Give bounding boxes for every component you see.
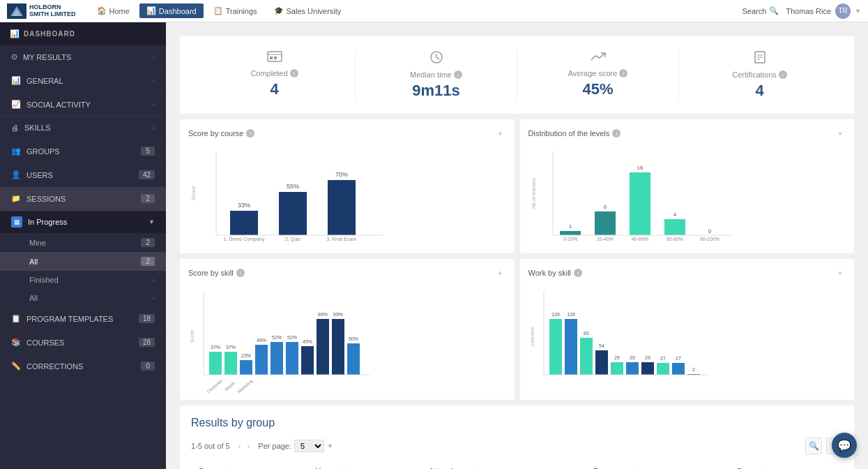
sidebar-sub-mine[interactable]: Mine 2 — [0, 233, 166, 252]
dashboard-icon: 📊 — [146, 6, 156, 15]
col-progress[interactable]: Progress ⇅ — [586, 461, 729, 469]
chevron-down-icon: ▼ — [327, 442, 333, 449]
avg-score-icon — [517, 50, 678, 66]
sidebar-item-groups[interactable]: 👥 GROUPS 5 — [0, 140, 166, 163]
nav-right: Search 🔍 Thomas Rice TR ▼ — [742, 3, 861, 19]
chart-score-by-course: Score by course i + Score 33% 1. Demo Co… — [180, 119, 515, 253]
svg-text:0: 0 — [708, 228, 711, 234]
svg-rect-61 — [317, 319, 329, 375]
svg-text:2. Quiz: 2. Quiz — [285, 237, 301, 242]
chart-distribution-levels: Distribution of the levels i + Nb of lea… — [520, 119, 855, 253]
svg-text:10-40%: 10-40% — [596, 237, 613, 241]
info-icon: i — [454, 70, 462, 79]
stat-avg-score: Average score i 45% — [517, 50, 678, 100]
sidebar-item-sessions[interactable]: 📁 SESSIONS 2 — [0, 187, 166, 211]
svg-text:50%: 50% — [349, 336, 358, 341]
chevron-right-icon: › — [153, 100, 155, 108]
sidebar-item-my-results[interactable]: ⊙ MY RESULTS › — [0, 45, 166, 69]
score-by-skill-chart: Score 37% Corporate 37% Waste 23% Market… — [188, 284, 397, 389]
svg-text:45%: 45% — [303, 339, 312, 344]
table-search-button[interactable]: 🔍 — [805, 438, 822, 454]
search-icon: 🔍 — [769, 6, 779, 15]
svg-text:60-80%: 60-80% — [666, 237, 683, 241]
svg-rect-63 — [332, 319, 344, 375]
svg-text:89%: 89% — [333, 312, 343, 317]
charts-row-1: Score by course i + Score 33% 1. Demo Co… — [180, 119, 854, 253]
col-group[interactable]: Group ⇅ — [191, 461, 309, 469]
logo-icon — [7, 3, 26, 19]
svg-rect-47 — [224, 352, 237, 375]
chart-add-button[interactable]: + — [835, 128, 846, 139]
prev-page-button[interactable]: ‹ — [236, 441, 243, 452]
svg-text:3. Final Exam: 3. Final Exam — [327, 237, 357, 241]
median-time-icon — [356, 50, 517, 68]
stats-row: Completed i 4 Median time i 9m11s — [180, 36, 854, 114]
distribution-chart: Nb of learners 1 0-10% 6 10-40% 16 40-60… — [528, 144, 738, 242]
svg-text:Corporate: Corporate — [206, 378, 224, 394]
nav-dashboard[interactable]: 📊 Dashboard — [139, 3, 204, 18]
info-icon: i — [779, 70, 787, 79]
svg-text:Score: Score — [190, 186, 197, 200]
svg-rect-26 — [560, 231, 581, 235]
in-progress-icon: ▦ — [11, 216, 22, 228]
next-page-button[interactable]: › — [245, 441, 252, 452]
sidebar-item-program-templates[interactable]: 📋 PROGRAM TEMPLATES 18 — [0, 307, 166, 331]
chart-add-button[interactable]: + — [835, 267, 846, 278]
per-page-select[interactable]: 5 10 25 — [294, 440, 324, 452]
svg-rect-29 — [595, 211, 616, 235]
svg-text:37%: 37% — [226, 345, 236, 350]
chart-title-score-skill: Score by skill i + — [188, 267, 506, 278]
chart-work-by-skill: Work by skill i + Learners 126 126 — [520, 259, 855, 400]
sidebar-item-general[interactable]: 📊 GENERAL › — [0, 69, 166, 93]
svg-text:27: 27 — [660, 356, 666, 361]
table-controls: 1-5 out of 5 ‹ › Per page: 5 10 25 ▼ — [191, 438, 843, 454]
svg-text:Learners: Learners — [530, 327, 535, 346]
sessions-icon: 📁 — [11, 194, 21, 203]
info-icon: i — [246, 129, 254, 137]
svg-text:52%: 52% — [287, 335, 297, 340]
svg-rect-57 — [286, 342, 298, 375]
chart-add-button[interactable]: + — [495, 128, 506, 139]
chat-bubble[interactable]: 💬 — [832, 433, 857, 458]
search-button[interactable]: Search 🔍 — [742, 6, 779, 15]
svg-rect-74 — [580, 338, 593, 375]
svg-text:70%: 70% — [335, 171, 348, 178]
nav-home[interactable]: 🏠 Home — [90, 3, 137, 18]
sidebar-item-courses[interactable]: 📚 COURSES 28 — [0, 331, 166, 355]
svg-text:83: 83 — [584, 331, 589, 336]
chart-add-button[interactable]: + — [495, 267, 506, 278]
sidebar-sub-all[interactable]: All 2 — [0, 252, 166, 271]
sidebar-item-corrections[interactable]: ✏️ CORRECTIONS 0 — [0, 355, 166, 378]
sidebar-item-skills[interactable]: 🖨 SKILLS › — [0, 117, 166, 140]
chevron-right-icon: › — [153, 276, 155, 284]
svg-rect-44 — [209, 352, 222, 375]
sidebar-item-users[interactable]: 👤 USERS 42 — [0, 163, 166, 187]
chevron-down-icon: ▼ — [855, 8, 861, 15]
svg-text:29: 29 — [645, 355, 650, 360]
col-users[interactable]: Users ⇅ — [309, 461, 422, 469]
svg-text:37%: 37% — [211, 345, 220, 350]
svg-text:Nb of learners: Nb of learners — [531, 178, 536, 209]
general-icon: 📊 — [11, 76, 21, 85]
col-attendance[interactable]: Attendance ⇅ — [422, 461, 586, 469]
svg-text:55%: 55% — [287, 183, 299, 190]
svg-text:54: 54 — [599, 343, 604, 348]
svg-rect-53 — [255, 345, 268, 375]
in-progress-section[interactable]: ▦ In Progress ▼ — [0, 211, 166, 233]
my-results-icon: ⊙ — [11, 52, 17, 61]
sidebar-sub-all-finished[interactable]: All › — [0, 289, 166, 307]
nav-trainings[interactable]: 📋 Trainings — [206, 3, 264, 18]
info-icon: i — [612, 129, 620, 137]
svg-text:80-100%: 80-100% — [699, 237, 719, 241]
sidebar-item-social-activity[interactable]: 📈 SOCIAL ACTIVITY › — [0, 93, 166, 117]
col-score[interactable]: Score ⇅ — [730, 461, 843, 469]
svg-rect-14 — [230, 211, 258, 235]
sidebar-sub-finished[interactable]: Finished › — [0, 271, 166, 289]
svg-rect-80 — [626, 362, 639, 375]
svg-text:Waste: Waste — [224, 380, 236, 392]
skills-icon: 🖨 — [11, 124, 19, 132]
home-icon: 🏠 — [97, 6, 107, 15]
svg-text:0-10%: 0-10% — [563, 237, 577, 241]
nav-sales-university[interactable]: 🎓 Sales University — [267, 3, 349, 18]
work-by-skill-chart: Learners 126 126 83 54 29 — [528, 284, 738, 389]
